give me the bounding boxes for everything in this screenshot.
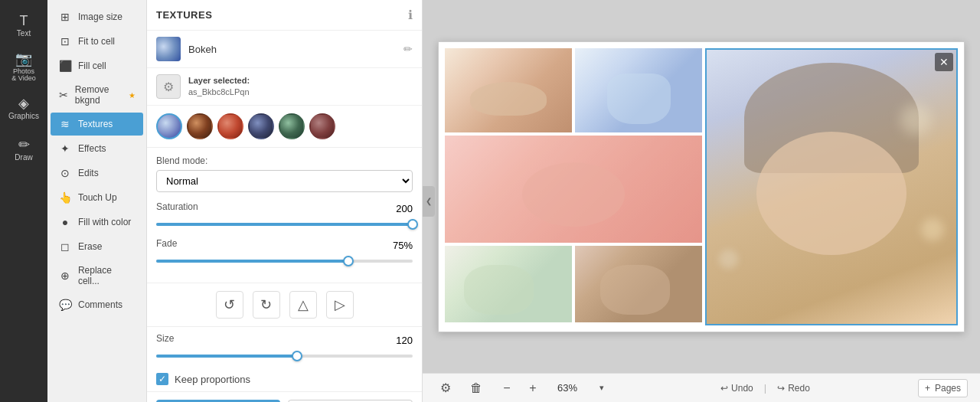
collage-cell-3[interactable] <box>445 136 702 243</box>
undo-redo-controls: ↩ Undo | ↪ Redo <box>716 380 815 397</box>
redo-button[interactable]: ↪ Redo <box>773 380 815 397</box>
collage-cell-2[interactable] <box>575 48 702 132</box>
saturation-thumb[interactable] <box>407 219 418 230</box>
tool-text[interactable]: T Text <box>3 6 44 44</box>
collage-cell-5[interactable] <box>575 246 702 322</box>
textures-panel: TEXTURES ℹ Bokeh ✏ ⚙ Layer selected: as_… <box>147 0 423 402</box>
blend-mode-select[interactable]: Normal Multiply Screen Overlay Darken Li… <box>156 170 413 192</box>
size-track <box>156 355 413 358</box>
keep-proportions-label: Keep proportions <box>175 374 250 385</box>
close-button[interactable]: ✕ <box>935 53 953 71</box>
edits-icon: ⊙ <box>58 167 72 179</box>
tool-draw[interactable]: ✏ Draw <box>3 130 44 168</box>
sidebar-item-edits[interactable]: ⊙ Edits <box>51 162 143 185</box>
fade-slider[interactable] <box>156 257 413 266</box>
controls-section: Blend mode: Normal Multiply Screen Overl… <box>147 147 422 283</box>
keep-proportions-row: ✓ Keep proportions <box>147 367 422 391</box>
collage-cell-4[interactable] <box>445 246 572 322</box>
tool-graphics[interactable]: ◈ Graphics <box>3 89 44 127</box>
saturation-slider[interactable] <box>156 220 413 229</box>
saturation-control: Saturation 200 <box>156 201 413 229</box>
texture-item-layer[interactable]: ⚙ Layer selected: as_Bkbc8cLPqn <box>147 68 422 106</box>
trash-button[interactable]: 🗑 <box>466 377 487 399</box>
blend-mode-control: Blend mode: Normal Multiply Screen Overl… <box>156 155 413 192</box>
saturation-label: Saturation <box>156 201 198 212</box>
main-layout: T Text 📷 Photos & Video ◈ Graphics ✏ Dra… <box>0 0 980 402</box>
sidebar-item-erase[interactable]: ◻ Erase <box>51 235 143 258</box>
rotate-right-button[interactable]: ↻ <box>253 291 280 319</box>
fit-cell-icon: ⊡ <box>58 35 72 47</box>
swatch-1[interactable] <box>187 113 213 139</box>
photo-collage: ✕ <box>438 41 965 332</box>
layer-thumb: ⚙ <box>156 74 181 99</box>
flip-horizontal-button[interactable]: ▷ <box>326 291 354 319</box>
swatch-4[interactable] <box>279 113 305 139</box>
bottom-bar: ⚙ 🗑 − + 63% ▾ ↩ Undo | ↪ Redo <box>423 373 980 402</box>
fill-cell-icon: ⬛ <box>58 60 72 72</box>
fade-track <box>156 260 413 263</box>
fade-thumb[interactable] <box>343 256 354 266</box>
fade-fill <box>156 260 348 263</box>
sidebar-item-effects[interactable]: ✦ Effects <box>51 137 143 160</box>
sidebar-item-comments[interactable]: 💬 Comments <box>51 293 143 316</box>
keep-proportions-checkbox[interactable]: ✓ <box>156 373 168 385</box>
fill-color-icon: ● <box>58 216 72 228</box>
fade-control: Fade 75% <box>156 238 413 266</box>
size-slider[interactable] <box>156 351 413 361</box>
tool-photos[interactable]: 📷 Photos & Video <box>3 47 44 86</box>
zoom-controls: − + 63% ▾ <box>496 377 612 399</box>
collage-cell-right[interactable]: ✕ <box>705 48 958 325</box>
camera-icon: 📷 <box>15 52 32 66</box>
texture-swatches <box>147 106 422 147</box>
flip-vertical-button[interactable]: △ <box>289 291 317 319</box>
bokeh-name: Bokeh <box>188 44 396 55</box>
swatch-5[interactable] <box>309 113 335 139</box>
action-buttons: Apply Cancel <box>147 391 422 402</box>
sidebar-item-textures[interactable]: ≋ Textures <box>51 113 143 136</box>
info-icon[interactable]: ℹ <box>408 8 413 22</box>
collage-left <box>445 48 702 325</box>
undo-redo-separator: | <box>764 382 766 394</box>
rotate-left-button[interactable]: ↺ <box>216 291 243 319</box>
transform-buttons: ↺ ↻ △ ▷ <box>147 283 422 326</box>
effects-icon: ✦ <box>58 142 72 155</box>
swatch-0[interactable] <box>156 113 182 139</box>
sidebar-item-touch-up[interactable]: 👆 Touch Up <box>51 186 143 209</box>
zoom-out-button[interactable]: − <box>496 377 518 399</box>
premium-icon: ★ <box>129 91 136 100</box>
canvas-area: ❮ <box>423 0 980 402</box>
texture-item-bokeh[interactable]: Bokeh ✏ <box>147 31 422 68</box>
touch-up-icon: 👆 <box>58 191 72 204</box>
collage-cell-1[interactable] <box>445 48 572 132</box>
size-thumb[interactable] <box>292 351 302 361</box>
pages-label: Pages <box>935 383 961 394</box>
zoom-in-button[interactable]: + <box>522 377 544 399</box>
comments-icon: 💬 <box>58 299 72 311</box>
sidebar-item-image-size[interactable]: ⊞ Image size <box>51 5 143 28</box>
zoom-dropdown-button[interactable]: ▾ <box>591 377 612 399</box>
redo-label: Redo <box>788 383 810 394</box>
sidebar-item-fit-cell[interactable]: ⊡ Fit to cell <box>51 30 143 53</box>
settings-button[interactable]: ⚙ <box>435 377 456 399</box>
edit-icon[interactable]: ✏ <box>403 43 413 55</box>
undo-button[interactable]: ↩ Undo <box>716 380 758 397</box>
undo-label: Undo <box>731 383 753 394</box>
fade-value: 75% <box>393 240 413 251</box>
panel-toggle[interactable]: ❮ <box>423 186 435 217</box>
redo-icon: ↪ <box>777 383 785 394</box>
draw-icon: ✏ <box>18 138 30 152</box>
saturation-track <box>156 223 413 226</box>
sidebar-item-fill-cell[interactable]: ⬛ Fill cell <box>51 54 143 77</box>
textures-icon: ≋ <box>58 118 72 130</box>
swatch-2[interactable] <box>217 113 243 139</box>
swatch-3[interactable] <box>248 113 274 139</box>
zoom-value[interactable]: 63% <box>548 382 586 394</box>
size-value: 120 <box>396 335 413 346</box>
sidebar-item-replace-cell[interactable]: ⊕ Replace cell... <box>51 260 143 292</box>
text-icon: T <box>20 14 28 28</box>
erase-icon: ◻ <box>58 240 72 253</box>
sidebar-item-fill-color[interactable]: ● Fill with color <box>51 211 143 234</box>
size-label: Size <box>156 333 174 344</box>
pages-button[interactable]: + Pages <box>918 379 968 397</box>
sidebar-item-remove-bkgnd[interactable]: ✂ Remove bkgnd ★ <box>51 79 143 111</box>
